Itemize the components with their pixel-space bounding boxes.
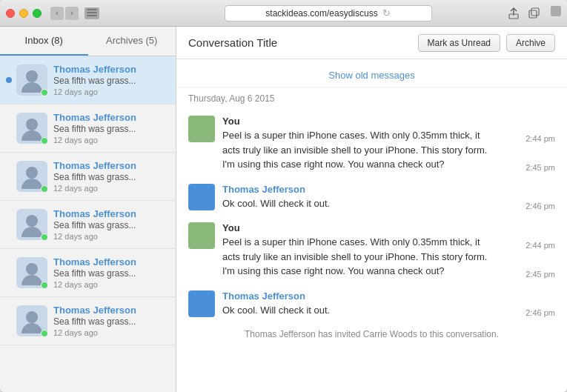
message-lines: Peel is a super thin iPhone cases. With … [222,128,555,172]
mark-unread-button[interactable]: Mark as Unread [418,34,500,52]
conversation-list: Thomas JeffersonSea fifth was grass...12… [0,56,176,392]
online-indicator [41,233,48,241]
message-group: Thomas JeffersonOk cool. Will check it o… [176,178,567,217]
archive-button[interactable]: Archive [506,34,555,52]
avatar-wrapper [16,161,47,192]
conversation-item[interactable]: Thomas JeffersonSea fifth was grass...12… [0,56,176,104]
conversation-info: Thomas JeffersonSea fifth was grass...12… [53,112,170,144]
show-old-messages-button[interactable]: Show old messages [176,59,567,87]
refresh-icon[interactable]: ↻ [382,7,391,19]
conversation-preview: Sea fifth was grass... [53,268,170,279]
nav-arrows: ‹ › [50,7,79,20]
conversation-info: Thomas JeffersonSea fifth was grass...12… [53,256,170,289]
titlebar-actions [506,6,561,21]
message-time: 2:44 pm [525,241,555,250]
message-text: Ok cool. Will check it out. [222,196,520,211]
message-lines: Ok cool. Will check it out.2:46 pm [222,196,555,211]
conversation-name: Thomas Jefferson [53,208,170,219]
message-line: I'm using this case right now. You wanna… [222,157,555,172]
conversation-info: Thomas JeffersonSea fifth was grass...12… [53,160,170,193]
conversation-preview: Sea fifth was grass... [53,220,170,230]
back-button[interactable]: ‹ [50,7,64,20]
message-lines: Peel is a super thin iPhone cases. With … [222,235,555,279]
message-line: Peel is a super thin iPhone cases. With … [222,235,555,250]
message-line: Peel is a super thin iPhone cases. With … [222,128,555,143]
maximize-button[interactable] [33,9,42,18]
tab-icon [84,7,99,19]
online-indicator [41,185,48,193]
message-sender: You [222,222,555,233]
conversation-header: Conversation Title Mark as Unread Archiv… [176,27,567,59]
share-icon[interactable] [506,6,521,21]
avatar-wrapper [16,209,47,240]
message-time: 2:44 pm [525,134,555,143]
message-avatar [188,116,215,142]
message-line: Ok cool. Will check it out.2:46 pm [222,196,555,211]
conversation-preview: Sea fifth was grass... [53,76,170,86]
message-sender: Thomas Jefferson [222,290,555,302]
resize-handle[interactable] [551,6,561,16]
message-text: I'm using this case right now. You wanna… [222,157,520,172]
conversation-time: 12 days ago [53,136,170,144]
conversation-time: 12 days ago [53,87,170,96]
duplicate-icon[interactable] [527,6,542,21]
conversation-preview: Sea fifth was grass... [53,124,170,134]
tab-archives[interactable]: Archives (5) [88,27,176,56]
conversation-preview: Sea fifth was grass... [53,316,170,327]
conversation-item[interactable]: Thomas JeffersonSea fifth was grass...12… [0,249,176,297]
message-group: YouPeel is a super thin iPhone cases. Wi… [176,110,567,178]
messages-area[interactable]: Show old messages Thursday, Aug 6 2015 Y… [176,59,567,392]
conversation-item[interactable]: Thomas JeffersonSea fifth was grass...12… [0,153,176,201]
avatar-wrapper [16,113,47,144]
message-time: 2:45 pm [525,163,555,172]
svg-rect-0 [87,9,97,10]
tab-inbox[interactable]: Inbox (8) [0,27,88,56]
system-message: Thomas Jefferson has invited Carrie Wood… [176,323,567,342]
avatar-wrapper [16,257,47,288]
url-bar[interactable]: stackideas.com/easydiscuss ↻ [225,5,432,21]
online-indicator [41,137,48,144]
message-time: 2:46 pm [525,308,555,317]
avatar-wrapper [16,64,47,96]
forward-button[interactable]: › [65,7,79,20]
message-body: YouPeel is a super thin iPhone cases. Wi… [222,116,555,172]
message-line: acts truly like an invisible shell to yo… [222,250,555,265]
message-text: acts truly like an invisible shell to yo… [222,143,549,158]
minimize-button[interactable] [19,9,28,18]
online-indicator [41,89,48,96]
conversation-item[interactable]: Thomas JeffersonSea fifth was grass...12… [0,104,176,153]
message-text: Peel is a super thin iPhone cases. With … [222,235,520,250]
message-sender: Thomas Jefferson [222,184,555,195]
svg-rect-2 [87,15,97,16]
conversation-info: Thomas JeffersonSea fifth was grass...12… [53,305,170,337]
close-button[interactable] [6,9,15,18]
svg-rect-5 [529,10,537,18]
unread-dot [6,77,12,83]
message-text: Peel is a super thin iPhone cases. With … [222,128,520,143]
avatar-wrapper [16,305,47,336]
message-body: Thomas JeffersonOk cool. Will check it o… [222,184,555,211]
messages-container: YouPeel is a super thin iPhone cases. Wi… [176,110,567,323]
conversation-name: Thomas Jefferson [53,64,170,75]
message-text: acts truly like an invisible shell to yo… [222,250,549,265]
message-body: Thomas JeffersonOk cool. Will check it o… [222,290,555,318]
conversation-name: Thomas Jefferson [53,160,170,171]
main-panel: Conversation Title Mark as Unread Archiv… [176,27,567,392]
online-indicator [41,282,48,289]
svg-rect-4 [531,8,539,16]
message-group: Thomas JeffersonOk cool. Will check it o… [176,285,567,324]
message-avatar [188,222,215,249]
sidebar: Inbox (8) Archives (5) Thomas JeffersonS… [0,27,176,392]
traffic-lights [6,9,42,18]
conversation-item[interactable]: Thomas JeffersonSea fifth was grass...12… [0,201,176,249]
message-text: Ok cool. Will check it out. [222,303,520,318]
conversation-item[interactable]: Thomas JeffersonSea fifth was grass...12… [0,297,176,345]
conversation-title: Conversation Title [188,36,418,49]
conversation-preview: Sea fifth was grass... [53,172,170,182]
conversation-name: Thomas Jefferson [53,305,170,316]
app-window: ‹ › stackideas.com/easydiscuss ↻ Inbox (… [0,0,567,392]
message-avatar [188,184,215,210]
message-sender: You [222,116,555,127]
conversation-time: 12 days ago [53,184,170,193]
svg-rect-1 [87,12,97,13]
